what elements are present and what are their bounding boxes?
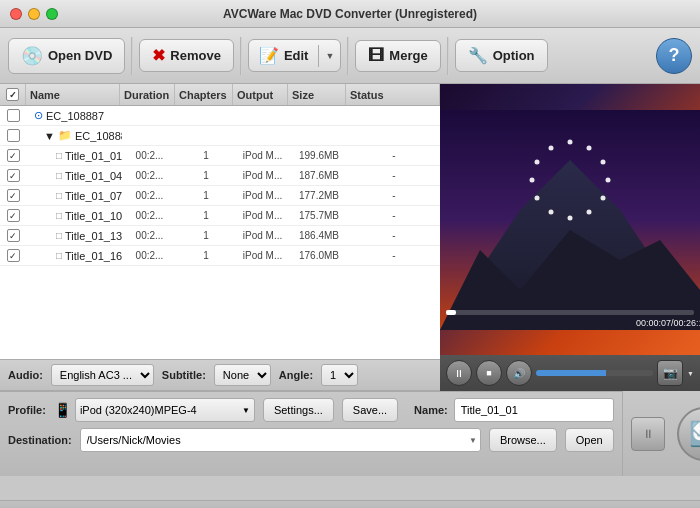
toolbar-divider-3 xyxy=(347,37,349,75)
row-check[interactable] xyxy=(7,149,20,162)
angle-label: Angle: xyxy=(279,369,313,381)
destination-row: Destination: ▼ Browse... Open xyxy=(8,428,614,452)
tree-row-ec108887-group[interactable]: ▼ 📁 EC_108887 xyxy=(0,126,440,146)
row-check[interactable] xyxy=(7,229,20,242)
media-controls-bar: Audio: English AC3 ... Subtitle: None An… xyxy=(0,359,440,391)
convert-icon: 🔄 xyxy=(689,420,700,448)
svg-point-6 xyxy=(606,177,611,182)
audio-select[interactable]: English AC3 ... xyxy=(51,364,154,386)
header-size: Size xyxy=(288,84,346,105)
edit-button[interactable]: 📝 Edit ▼ xyxy=(248,39,341,72)
header-check[interactable] xyxy=(0,84,26,105)
row-check[interactable] xyxy=(7,209,20,222)
subtitle-label: Subtitle: xyxy=(162,369,206,381)
row-check[interactable] xyxy=(7,129,20,142)
merge-button[interactable]: 🎞 Merge xyxy=(355,40,440,72)
table-row[interactable]: □ Title_01_13 00:2... 1 iPod M... 186.4M… xyxy=(0,226,440,246)
toolbar-divider-1 xyxy=(131,37,133,75)
dest-label: Destination: xyxy=(8,434,72,446)
screenshot-button[interactable]: 📷 xyxy=(657,360,683,386)
title-bar: AVCWare Mac DVD Converter (Unregistered) xyxy=(0,0,700,28)
tree-row-ec108887-root[interactable]: ⊙ EC_108887 xyxy=(0,106,440,126)
edit-icon: 📝 xyxy=(259,46,279,65)
row-check[interactable] xyxy=(7,169,20,182)
file-panel: Name Duration Chapters Output Size Statu… xyxy=(0,84,440,391)
table-row[interactable]: □ Title_01_16 00:2... 1 iPod M... 176.0M… xyxy=(0,246,440,266)
screenshot-dropdown[interactable]: ▼ xyxy=(687,370,694,377)
svg-point-9 xyxy=(568,215,573,220)
table-row[interactable]: □ Title_01_04 00:2... 1 iPod M... 187.6M… xyxy=(0,166,440,186)
status-bar: 6 (Total): 6 (Checked) xyxy=(0,500,700,508)
pause-convert-button[interactable]: ⏸ xyxy=(631,417,665,451)
row-name: EC_108887 xyxy=(46,110,104,122)
angle-select[interactable]: 1 xyxy=(321,364,358,386)
select-all-checkbox[interactable] xyxy=(6,88,19,101)
dest-input[interactable] xyxy=(80,428,481,452)
svg-point-5 xyxy=(601,159,606,164)
row-name: Title_01_04 xyxy=(65,170,122,182)
remove-button[interactable]: ✖ Remove xyxy=(139,39,234,72)
row-name: Title_01_01 xyxy=(65,150,122,162)
toolbar-divider-2 xyxy=(240,37,242,75)
name-input[interactable] xyxy=(454,398,614,422)
row-name: EC_108887 xyxy=(75,130,122,142)
audio-label: Audio: xyxy=(8,369,43,381)
svg-point-14 xyxy=(549,145,554,150)
row-check[interactable] xyxy=(7,249,20,262)
table-row[interactable]: □ Title_01_07 00:2... 1 iPod M... 177.2M… xyxy=(0,186,440,206)
row-check[interactable] xyxy=(7,109,20,122)
profile-label: Profile: xyxy=(8,404,46,416)
table-header: Name Duration Chapters Output Size Statu… xyxy=(0,84,440,106)
option-button[interactable]: 🔧 Option xyxy=(455,39,548,72)
subtitle-select[interactable]: None xyxy=(214,364,271,386)
stop-button[interactable]: ■ xyxy=(476,360,502,386)
profile-dropdown[interactable]: iPod (320x240)MPEG-4 ▼ xyxy=(75,398,255,422)
save-button[interactable]: Save... xyxy=(342,398,398,422)
preview-panel: 00:00:07/00:26:13 ⏸ ■ 🔊 📷 ▼ xyxy=(440,84,700,391)
dest-dropdown-arrow: ▼ xyxy=(469,436,477,445)
settings-button[interactable]: Settings... xyxy=(263,398,334,422)
file-tree[interactable]: ⊙ EC_108887 ▼ 📁 EC_108887 xyxy=(0,106,440,359)
header-chapters: Chapters xyxy=(175,84,233,105)
profile-section: Profile: 📱 iPod (320x240)MPEG-4 ▼ Settin… xyxy=(0,391,622,500)
merge-icon: 🎞 xyxy=(368,47,384,65)
minimize-button[interactable] xyxy=(28,8,40,20)
toolbar: 💿 Open DVD ✖ Remove 📝 Edit ▼ 🎞 Merge 🔧 O… xyxy=(0,28,700,84)
volume-slider[interactable] xyxy=(536,370,653,376)
video-preview: 00:00:07/00:26:13 xyxy=(440,84,700,355)
profile-dropdown-arrow: ▼ xyxy=(242,406,250,415)
profile-device-icon: 📱 xyxy=(54,402,71,418)
svg-rect-15 xyxy=(446,310,694,315)
playback-controls: ⏸ ■ 🔊 📷 ▼ xyxy=(440,355,700,391)
table-row[interactable]: □ Title_01_01 00:2... 1 iPod M... 199.6M… xyxy=(0,146,440,166)
pause-button[interactable]: ⏸ xyxy=(446,360,472,386)
row-check[interactable] xyxy=(7,189,20,202)
volume-button[interactable]: 🔊 xyxy=(506,360,532,386)
window-title: AVCWare Mac DVD Converter (Unregistered) xyxy=(223,7,477,21)
name-label: Name: xyxy=(414,404,448,416)
window-controls[interactable] xyxy=(10,8,58,20)
profile-select-container: 📱 iPod (320x240)MPEG-4 ▼ xyxy=(54,398,255,422)
open-dvd-button[interactable]: 💿 Open DVD xyxy=(8,38,125,74)
name-section: Name: xyxy=(414,398,614,422)
convert-panel: ⏸ 🔄 ■ xyxy=(622,391,700,476)
profile-row: Profile: 📱 iPod (320x240)MPEG-4 ▼ Settin… xyxy=(8,398,614,422)
row-name: Title_01_13 xyxy=(65,230,122,242)
svg-rect-16 xyxy=(446,310,456,315)
edit-dropdown-arrow[interactable]: ▼ xyxy=(318,45,340,67)
open-folder-button[interactable]: Open xyxy=(565,428,614,452)
table-row[interactable]: □ Title_01_10 00:2... 1 iPod M... 175.7M… xyxy=(0,206,440,226)
maximize-button[interactable] xyxy=(46,8,58,20)
svg-point-11 xyxy=(535,195,540,200)
close-button[interactable] xyxy=(10,8,22,20)
side-buttons: ⏸ xyxy=(631,417,665,451)
help-button[interactable]: ? xyxy=(656,38,692,74)
svg-point-3 xyxy=(568,139,573,144)
header-duration: Duration xyxy=(120,84,175,105)
convert-button[interactable]: 🔄 xyxy=(677,407,700,461)
svg-point-7 xyxy=(601,195,606,200)
open-dvd-icon: 💿 xyxy=(21,45,43,67)
browse-button[interactable]: Browse... xyxy=(489,428,557,452)
row-name: Title_01_07 xyxy=(65,190,122,202)
row-name: Title_01_10 xyxy=(65,210,122,222)
